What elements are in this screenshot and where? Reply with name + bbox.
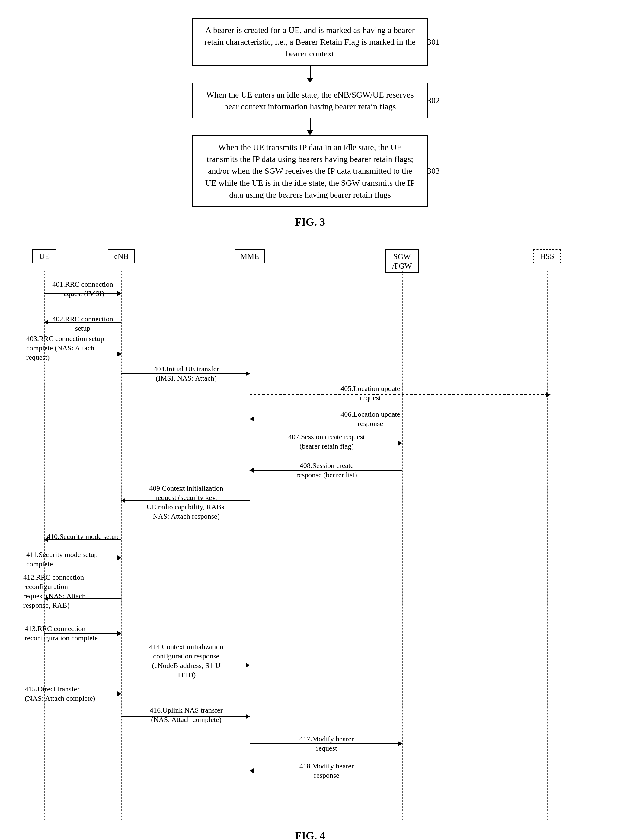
flow-box-wrapper-301: A bearer is created for a UE, and is mar… [174,18,446,66]
msg-401: 401.RRC connectionrequest (IMSI) [45,280,120,299]
msg-413: 413.RRC connectionreconfiguration comple… [25,624,109,643]
arrow-head-2 [307,130,313,135]
msg-417: 417.Modify bearerrequest [251,734,402,753]
msg-418: 418.Modify bearerresponse [251,762,402,780]
arrowhead-406 [250,416,254,421]
lifeline-sgw [402,271,403,820]
lifeline-hss [547,271,548,820]
msg-407: 407.Session create request(bearer retain… [251,432,402,451]
msg-410: 410.Security mode setup [45,532,120,541]
msg-416: 416.Uplink NAS transfer(NAS: Attach comp… [123,706,250,724]
msg-406: 406.Location updateresponse [325,410,415,428]
entity-mme: MME [235,249,265,263]
msg-402: 402.RRC connection setup [45,314,120,333]
arrow-line-1 [310,66,311,78]
msg-405: 405.Location updaterequest [325,384,415,403]
flow-label-302: 302 [427,96,440,106]
fig3-section: A bearer is created for a UE, and is mar… [24,18,596,228]
msg-414: 414.Context initializationconfiguration … [123,642,250,680]
flow-box-303: When the UE transmits IP data in an idle… [192,135,428,207]
flow-box-wrapper-303: When the UE transmits IP data in an idle… [174,135,446,207]
msg-411: 411.Security mode setupcomplete [26,550,111,569]
flow-label-301: 301 [427,37,440,47]
entity-enb: eNB [108,249,135,263]
sequence-diagram: UE eNB MME SGW/PGW HSS 401.RRC connectio… [23,246,597,820]
fig3-caption: FIG. 3 [295,216,325,228]
arrowhead-405 [546,392,551,397]
fig4-caption: FIG. 4 [295,829,325,840]
arrow-head-1 [307,78,313,83]
arrow-line-2 [310,118,311,130]
lifeline-mme [250,271,250,820]
entity-ue: UE [32,249,56,263]
arrow-1 [307,66,313,83]
flow-label-303: 303 [427,166,440,176]
entity-hss: HSS [533,249,561,263]
fig4-section: UE eNB MME SGW/PGW HSS 401.RRC connectio… [24,246,596,840]
entity-sgw: SGW/PGW [385,249,419,273]
flow-box-wrapper-302: When the UE enters an idle state, the eN… [174,83,446,118]
msg-403: 403.RRC connection setupcomplete (NAS: A… [26,334,108,362]
msg-415: 415.Direct transfer(NAS: Attach complete… [25,685,100,703]
flow-box-302: When the UE enters an idle state, the eN… [192,83,428,118]
flow-box-301: A bearer is created for a UE, and is mar… [192,18,428,66]
msg-408: 408.Session createresponse (bearer list) [251,461,402,480]
arrow-2 [307,118,313,135]
msg-409: 409.Context initializationrequest (secur… [123,484,250,521]
msg-404: 404.Initial UE transfer(IMSI, NAS: Attac… [123,364,250,383]
msg-412: 412.RRC connectionreconfigurationrequest… [23,573,105,611]
flowchart: A bearer is created for a UE, and is mar… [174,18,446,207]
